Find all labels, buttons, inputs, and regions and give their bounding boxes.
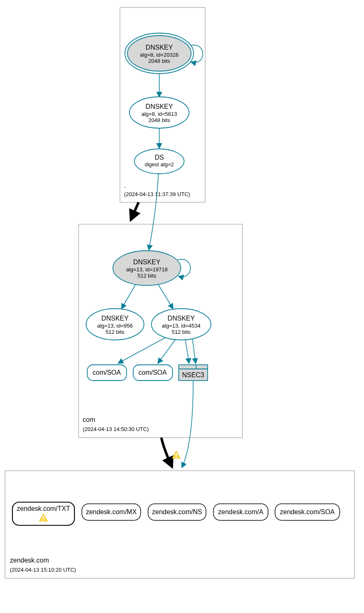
warning-icon-delegation	[172, 451, 180, 458]
edge-com-zsk2-to-nsec3-a	[185, 340, 189, 363]
node-zendesk-txt: zendesk.com/TXT	[12, 502, 74, 525]
dnssec-diagram: . (2024-04-13 11:37:39 UTC) DNSKEY alg=8…	[0, 0, 364, 613]
node-zendesk-ns: zendesk.com/NS	[148, 504, 206, 520]
node-com-zsk2-line2: alg=13, id=4534	[162, 323, 200, 329]
node-root-zsk: DNSKEY alg=8, id=5613 2048 bits	[129, 97, 189, 128]
node-zendesk-mx: zendesk.com/MX	[82, 504, 141, 520]
node-root-zsk-title: DNSKEY	[146, 103, 173, 110]
svg-rect-16	[43, 520, 44, 521]
node-com-soa2-title: com/SOA	[139, 369, 167, 376]
zone-com-timestamp: (2024-04-13 14:50:30 UTC)	[83, 426, 149, 432]
edge-nsec3-to-zendesk	[182, 381, 193, 467]
node-root-ksk-line2: alg=8, id=20326	[140, 52, 178, 58]
node-root-ds-title: DS	[155, 154, 164, 161]
node-com-zsk1: DNSKEY alg=13, id=956 512 bits	[86, 309, 144, 340]
node-root-zsk-line3: 2048 bits	[148, 117, 170, 123]
node-root-ksk-title: DNSKEY	[146, 44, 173, 51]
node-com-soa2: com/SOA	[133, 365, 172, 381]
node-root-ds-line2: digest alg=2	[145, 161, 174, 168]
edge-com-zsk2-to-nsec3-b	[192, 339, 196, 363]
node-com-zsk2-line3: 512 bits	[172, 329, 191, 335]
edge-com-zsk2-to-soa2	[158, 340, 175, 363]
edge-com-ksk-to-zsk1	[122, 284, 136, 309]
node-com-soa1-title: com/SOA	[93, 369, 121, 376]
node-root-ksk: DNSKEY alg=8, id=20326 2048 bits	[125, 33, 203, 74]
node-com-soa1: com/SOA	[87, 365, 127, 381]
node-zendesk-txt-title: zendesk.com/TXT	[17, 505, 70, 512]
node-com-ksk-line2: alg=13, id=19718	[126, 266, 168, 273]
edge-ds-to-com-ksk	[149, 174, 158, 250]
node-zendesk-ns-title: zendesk.com/NS	[152, 508, 202, 515]
zone-zendesk-timestamp: (2024-04-13 15:10:20 UTC)	[10, 567, 76, 573]
edge-com-ksk-to-zsk2	[158, 284, 173, 309]
svg-rect-12	[176, 453, 177, 456]
node-root-ds: DS digest alg=2	[134, 149, 184, 174]
node-com-zsk2-title: DNSKEY	[168, 315, 195, 322]
zone-zendesk-label: zendesk.com	[10, 557, 49, 564]
edge-com-to-zendesk-delegation	[161, 438, 172, 466]
node-root-ksk-line3: 2048 bits	[148, 58, 170, 64]
node-com-zsk1-line2: alg=13, id=956	[97, 323, 133, 329]
node-zendesk-soa: zendesk.com/SOA	[275, 504, 340, 520]
node-com-zsk2: DNSKEY alg=13, id=4534 512 bits	[151, 309, 211, 340]
node-com-ksk: DNSKEY alg=13, id=19718 512 bits	[113, 251, 190, 285]
node-zendesk-a-title: zendesk.com/A	[218, 508, 263, 515]
zone-root-label: .	[124, 182, 126, 189]
svg-rect-13	[176, 457, 177, 458]
node-com-zsk1-title: DNSKEY	[101, 315, 129, 322]
node-com-zsk1-line3: 512 bits	[105, 329, 125, 335]
edge-com-zsk2-to-soa1	[118, 338, 165, 363]
node-zendesk-soa-title: zendesk.com/SOA	[280, 508, 335, 515]
node-zendesk-mx-title: zendesk.com/MX	[86, 508, 137, 515]
node-zendesk-a: zendesk.com/A	[213, 504, 268, 520]
edge-root-to-com-delegation	[131, 202, 139, 219]
zone-com-label: com	[83, 416, 95, 423]
node-nsec3-title: NSEC3	[182, 371, 204, 378]
node-nsec3: NSEC3	[179, 365, 208, 381]
node-com-ksk-title: DNSKEY	[133, 259, 160, 266]
node-com-ksk-line3: 512 bits	[137, 273, 156, 279]
svg-rect-15	[43, 516, 44, 519]
node-root-zsk-line2: alg=8, id=5613	[141, 111, 177, 117]
